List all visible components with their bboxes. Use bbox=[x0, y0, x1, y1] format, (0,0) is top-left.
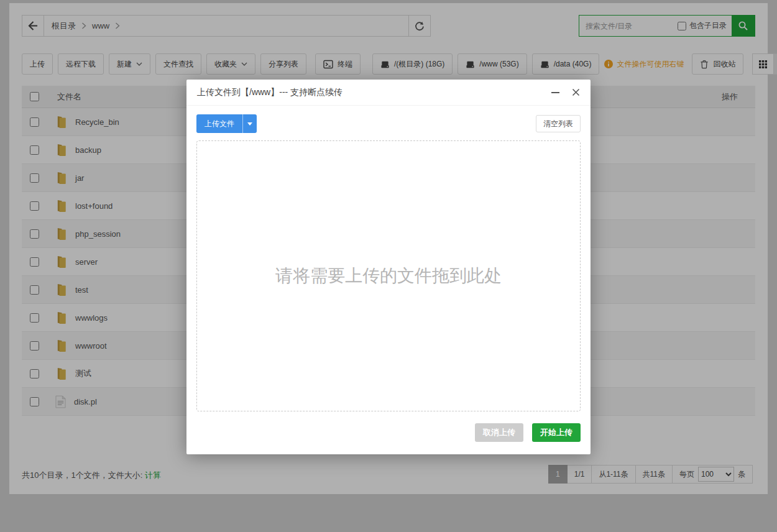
app-screen: 根目录 www 包含子目录 bbox=[0, 0, 777, 532]
minimize-icon[interactable] bbox=[551, 92, 559, 93]
close-icon[interactable] bbox=[572, 88, 580, 96]
caret-down-icon bbox=[247, 122, 252, 126]
cancel-upload-button[interactable]: 取消上传 bbox=[475, 423, 523, 442]
upload-modal: 上传文件到【/www】--- 支持断点续传 上传文件 bbox=[186, 80, 591, 454]
modal-controls bbox=[551, 88, 580, 96]
upload-options-dropdown[interactable] bbox=[242, 114, 257, 133]
start-upload-button[interactable]: 开始上传 bbox=[532, 423, 581, 442]
modal-title: 上传文件到【/www】--- 支持断点续传 bbox=[197, 87, 343, 98]
upload-dropzone[interactable]: 请将需要上传的文件拖到此处 bbox=[196, 140, 581, 411]
modal-body: 上传文件 清空列表 请将需要上传的文件拖到此处 取消上传 开始上传 bbox=[186, 106, 591, 442]
upload-controls-row: 上传文件 清空列表 bbox=[196, 114, 581, 133]
dropzone-hint: 请将需要上传的文件拖到此处 bbox=[275, 264, 502, 288]
clear-list-button[interactable]: 清空列表 bbox=[536, 115, 581, 132]
upload-file-split-button[interactable]: 上传文件 bbox=[196, 114, 257, 133]
upload-file-button[interactable]: 上传文件 bbox=[196, 114, 242, 133]
modal-footer: 取消上传 开始上传 bbox=[196, 423, 581, 442]
modal-header: 上传文件到【/www】--- 支持断点续传 bbox=[186, 80, 591, 106]
